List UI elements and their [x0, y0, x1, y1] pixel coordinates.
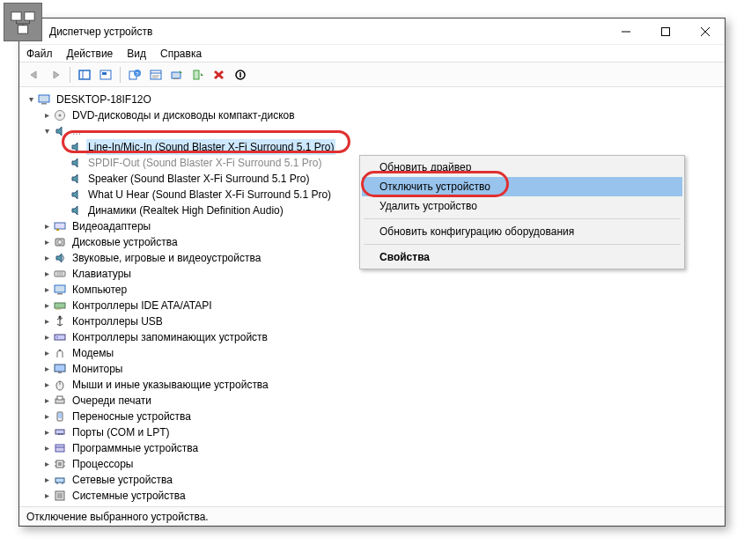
toolbar: ? — [19, 63, 725, 87]
svg-rect-31 — [194, 70, 199, 79]
chevron-right-icon[interactable]: ▸ — [41, 345, 53, 361]
printqueue-icon — [53, 394, 67, 408]
tree-category-expanded[interactable]: ▾... — [21, 123, 723, 139]
tree-category[interactable]: ▸Контроллеры IDE ATA/ATAPI — [21, 298, 723, 313]
tree-category[interactable]: ▸Контроллеры запоминающих устройств — [21, 329, 723, 345]
svg-point-42 — [58, 240, 63, 245]
speaker-icon — [69, 172, 83, 186]
usb-icon — [53, 314, 67, 328]
context-uninstall-device[interactable]: Удалить устройство — [362, 196, 682, 216]
toolbar-select-button[interactable] — [96, 65, 115, 85]
titlebar: Диспетчер устройств — [19, 18, 725, 45]
svg-rect-15 — [661, 27, 669, 35]
chevron-right-icon[interactable]: ▸ — [41, 440, 53, 456]
tree-category[interactable]: ▸Очереди печати — [21, 393, 723, 409]
sound-icon — [53, 251, 67, 265]
menu-action[interactable]: Действие — [67, 48, 114, 60]
network-icon — [53, 473, 67, 487]
tree-pane[interactable]: ▾DESKTOP-18IF12O ▸DVD-дисководы и дисков… — [19, 87, 725, 506]
svg-rect-67 — [55, 445, 64, 452]
menu-file[interactable]: Файл — [26, 48, 53, 60]
computer-icon — [53, 283, 67, 297]
svg-rect-70 — [58, 462, 62, 466]
tree-category[interactable]: ▸Компьютер — [21, 282, 723, 298]
minimize-button[interactable] — [606, 18, 645, 44]
chevron-right-icon[interactable]: ▸ — [41, 298, 53, 313]
tree-category[interactable]: ▸Сетевые устройства — [21, 472, 723, 488]
context-properties[interactable]: Свойства — [362, 247, 682, 267]
speaker-icon — [69, 140, 83, 154]
svg-rect-2 — [18, 26, 27, 33]
svg-rect-36 — [41, 103, 47, 105]
window-controls — [606, 18, 725, 44]
software-device-icon — [53, 441, 67, 455]
toolbar-update-button[interactable] — [188, 65, 208, 85]
chevron-right-icon[interactable]: ▸ — [41, 234, 53, 250]
menu-view[interactable]: Вид — [127, 48, 146, 60]
window: Диспетчер устройств Файл Действие Вид Сп… — [18, 18, 726, 527]
chevron-right-icon[interactable]: ▸ — [41, 313, 53, 329]
toolbar-help-button[interactable]: ? — [125, 65, 144, 85]
chevron-right-icon[interactable]: ▸ — [41, 488, 53, 504]
tree-category[interactable]: ▸Мониторы — [21, 361, 723, 377]
toolbar-props-button[interactable] — [146, 65, 166, 85]
chevron-right-icon[interactable]: ▸ — [41, 266, 53, 282]
speaker-icon — [69, 156, 83, 170]
chevron-right-icon[interactable]: ▸ — [41, 282, 53, 298]
storage-controller-icon — [53, 330, 67, 344]
toolbar-forward-button[interactable] — [46, 65, 65, 85]
chevron-right-icon[interactable]: ▸ — [41, 424, 53, 440]
menubar: Файл Действие Вид Справка — [19, 45, 725, 63]
maximize-button[interactable] — [645, 18, 685, 44]
chevron-down-icon[interactable]: ▾ — [41, 123, 53, 139]
toolbar-back-button[interactable] — [25, 65, 44, 85]
tree-category[interactable]: ▸DVD-дисководы и дисководы компакт-диско… — [21, 107, 723, 123]
tree-category[interactable]: ▸Контроллеры USB — [21, 313, 723, 329]
context-scan-hardware[interactable]: Обновить конфигурацию оборудования — [362, 222, 682, 241]
toolbar-uninstall-button[interactable] — [210, 65, 229, 85]
toolbar-showhide-button[interactable] — [75, 65, 94, 85]
chevron-right-icon[interactable]: ▸ — [41, 409, 53, 424]
svg-point-55 — [59, 350, 61, 351]
svg-point-65 — [58, 433, 60, 435]
menu-help[interactable]: Справка — [160, 48, 202, 60]
svg-rect-39 — [55, 223, 65, 229]
chevron-right-icon[interactable]: ▸ — [41, 361, 53, 377]
chevron-down-icon[interactable]: ▾ — [25, 92, 37, 107]
tree-root[interactable]: ▾DESKTOP-18IF12O — [21, 92, 723, 107]
tree-category[interactable]: ▸Мыши и иные указывающие устройства — [21, 377, 723, 393]
controller-icon — [53, 298, 67, 313]
app-icon — [4, 3, 42, 41]
chevron-right-icon[interactable]: ▸ — [41, 218, 53, 234]
chevron-right-icon[interactable]: ▸ — [41, 329, 53, 345]
system-device-icon — [53, 489, 67, 503]
toolbar-scan-button[interactable] — [167, 65, 187, 85]
svg-rect-46 — [55, 285, 65, 292]
disc-icon — [53, 108, 67, 122]
context-update-driver[interactable]: Обновить драйвер — [362, 158, 682, 177]
tree-category[interactable]: ▸Порты (COM и LPT) — [21, 424, 723, 440]
chevron-right-icon[interactable]: ▸ — [41, 377, 53, 393]
chevron-right-icon[interactable]: ▸ — [41, 250, 53, 266]
chevron-right-icon[interactable]: ▸ — [41, 107, 53, 123]
tree-category[interactable]: ▸Модемы — [21, 345, 723, 361]
tree-category[interactable]: ▸Процессоры — [21, 456, 723, 472]
tree-category[interactable]: ▸Системные устройства — [21, 488, 723, 504]
svg-point-54 — [56, 336, 58, 338]
speaker-icon — [69, 188, 83, 202]
close-button[interactable] — [685, 18, 725, 44]
svg-rect-75 — [55, 478, 64, 483]
tree-category[interactable]: ▸Программные устройства — [21, 440, 723, 456]
tree-device-selected[interactable]: Line-In/Mic-In (Sound Blaster X-Fi Surro… — [21, 139, 723, 155]
svg-point-52 — [59, 316, 62, 319]
svg-rect-61 — [57, 396, 63, 400]
chevron-right-icon[interactable]: ▸ — [41, 456, 53, 472]
tree-category[interactable]: ▸Переносные устройства — [21, 409, 723, 424]
port-icon — [53, 425, 67, 439]
context-disable-device[interactable]: Отключить устройство — [362, 177, 682, 196]
display-adapter-icon — [53, 219, 67, 233]
svg-rect-48 — [55, 303, 65, 308]
chevron-right-icon[interactable]: ▸ — [41, 472, 53, 488]
chevron-right-icon[interactable]: ▸ — [41, 393, 53, 409]
toolbar-disable-button[interactable] — [231, 65, 250, 85]
